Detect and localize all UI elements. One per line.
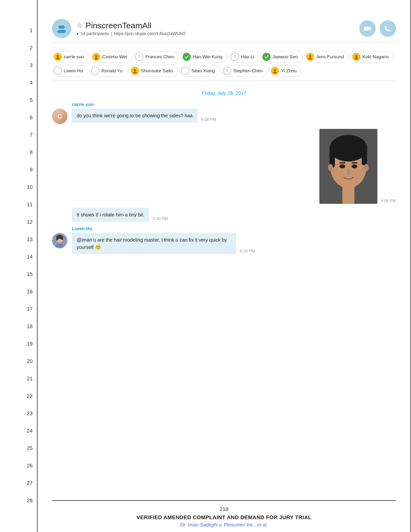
svg-point-29	[328, 164, 333, 171]
avatar-frances-chen: ?	[135, 53, 143, 61]
avatar-jens-fursund	[306, 53, 314, 61]
line-2: 2	[0, 39, 37, 57]
svg-point-11	[308, 57, 312, 59]
participant-name-sitao-xiang: Sitao Xiang	[191, 68, 215, 74]
participant-frances-chen[interactable]: ? Frances Chen	[133, 51, 179, 63]
msg-row-liwen: @iman u are the hair modeling master, I …	[72, 233, 396, 254]
avatar-liwen-msg	[52, 233, 67, 248]
separator: |	[111, 31, 112, 36]
line-16: 16	[0, 283, 37, 300]
video-call-button[interactable]	[359, 20, 376, 37]
participant-hanwei-kung[interactable]: Han-Wei Kung	[181, 51, 227, 63]
participants-grid: carrie sun Cosimo Wei ? Frances Chen Han…	[52, 51, 396, 77]
participant-name-jens-fursund: Jens Fursund	[316, 54, 344, 59]
svg-point-1	[61, 25, 65, 29]
standalone-message-row: It shows if I rotate him a tiny bit. 4:0…	[52, 208, 396, 222]
participant-hao-li[interactable]: ? Hao Li	[229, 51, 259, 63]
participant-jens-fursund[interactable]: Jens Fursund	[304, 51, 349, 63]
line-17: 17	[0, 300, 37, 318]
participant-yi-zhou[interactable]: Yi Zhou	[269, 65, 301, 77]
participant-name-yi-zhou: Yi Zhou	[281, 68, 297, 74]
avatar-cosimo-wei	[92, 53, 100, 61]
chevron-down-icon[interactable]: ▾	[77, 31, 79, 36]
line-3: 3	[0, 57, 37, 74]
svg-point-30	[364, 164, 369, 171]
avatar-liwen-hu	[54, 67, 62, 75]
main-content: ☆ PinscreenTeamAll ▾ 14 participants | h…	[37, 0, 411, 532]
svg-point-0	[58, 25, 62, 29]
svg-point-28	[346, 169, 350, 175]
participant-name-cosimo-wei: Cosimo Wei	[102, 54, 127, 59]
star-icon: ☆	[77, 21, 83, 29]
date-separator: Friday, July 28, 2017	[52, 90, 396, 96]
svg-point-25	[352, 164, 357, 168]
spacer	[52, 301, 396, 500]
line-5: 5	[0, 91, 37, 109]
participant-name-ronald-yu: Ronald Yu	[101, 68, 122, 74]
msg-bubble-standalone: It shows if I rotate him a tiny bit.	[72, 208, 149, 222]
participant-name-hao-li: Hao Li	[241, 54, 254, 59]
line-25: 25	[0, 440, 37, 457]
header-actions	[359, 20, 396, 37]
svg-rect-27	[352, 162, 357, 163]
participant-ronald-yu[interactable]: Ronald Yu	[89, 65, 127, 77]
participant-jaewoo-seo[interactable]: Jaewoo Seo	[261, 51, 302, 63]
chat-image	[319, 129, 377, 204]
message-group-carrie: C carrie sun do you think we're going to…	[52, 102, 396, 125]
svg-point-14	[134, 69, 136, 71]
svg-point-8	[95, 55, 97, 57]
svg-rect-26	[339, 162, 345, 163]
participant-sitao-xiang[interactable]: Sitao Xiang	[180, 65, 220, 77]
svg-point-17	[273, 72, 277, 74]
line-23: 23	[0, 405, 37, 422]
avatar-hao-li: ?	[231, 53, 239, 61]
msg-time-carrie: 4:08 PM	[201, 117, 216, 122]
svg-rect-4	[364, 27, 368, 30]
participants-section: carrie sun Cosimo Wei ? Frances Chen Han…	[52, 47, 396, 81]
svg-point-13	[355, 57, 358, 59]
line-24: 24	[0, 422, 37, 440]
avatar-hanwei-kung	[183, 53, 191, 61]
svg-point-10	[309, 55, 311, 57]
svg-point-24	[339, 164, 345, 168]
header-info: ☆ PinscreenTeamAll ▾ 14 participants | h…	[77, 21, 359, 36]
avatar-carrie-sun	[54, 53, 62, 61]
svg-rect-36	[56, 237, 58, 241]
participant-carrie-sun[interactable]: carrie sun	[52, 51, 88, 63]
msg-body-liwen: Liwen Hu @iman u are the hair modeling m…	[72, 226, 396, 256]
msg-time-liwen: 4:26 PM	[240, 249, 255, 254]
msg-row-carrie: do you think we're going to be showing t…	[72, 109, 396, 123]
line-15: 15	[0, 266, 37, 283]
participant-cosimo-wei[interactable]: Cosimo Wei	[90, 51, 131, 63]
participant-liwen-hu[interactable]: Liwen Hu	[52, 65, 87, 77]
line-4: 4	[0, 74, 37, 91]
line-6: 6	[0, 109, 37, 126]
line-18: 18	[0, 318, 37, 335]
participant-shunsuke-saito[interactable]: Shunsuke Saito	[129, 65, 178, 77]
msg-time-standalone: 4:09 PM	[153, 216, 168, 221]
participant-koki-nagano[interactable]: Koki Nagano	[351, 51, 393, 63]
line-1: 1	[0, 22, 37, 39]
message-area: C carrie sun do you think we're going to…	[52, 102, 396, 301]
avatar-shunsuke-saito	[131, 67, 139, 75]
participant-name-carrie-sun: carrie sun	[64, 54, 84, 59]
join-link[interactable]: https://join.skype.com/L4Iuq1aWUhl2	[114, 31, 186, 36]
line-9: 9	[0, 161, 37, 179]
participant-stephen-chen[interactable]: ? Stephen Chen	[222, 65, 267, 77]
svg-marker-5	[368, 26, 371, 31]
participant-name-stephen-chen: Stephen Chen	[233, 68, 263, 74]
voice-call-button[interactable]	[380, 20, 396, 37]
svg-point-21	[329, 135, 367, 162]
svg-rect-23	[362, 148, 367, 165]
footer-title: VERIFIED AMENDED COMPLAINT AND DEMAND FO…	[52, 514, 396, 521]
avatar-carrie-msg: C	[52, 109, 67, 124]
line-26: 26	[0, 457, 37, 475]
chat-title: PinscreenTeamAll	[86, 21, 151, 30]
footer: 218 VERIFIED AMENDED COMPLAINT AND DEMAN…	[52, 500, 396, 532]
msg-sender-carrie: carrie sun	[72, 102, 396, 107]
participant-name-frances-chen: Frances Chen	[145, 54, 174, 59]
header-title-row: ☆ PinscreenTeamAll	[77, 21, 359, 30]
line-27: 27	[0, 475, 37, 492]
line-11: 11	[0, 196, 37, 213]
line-19: 19	[0, 335, 37, 352]
